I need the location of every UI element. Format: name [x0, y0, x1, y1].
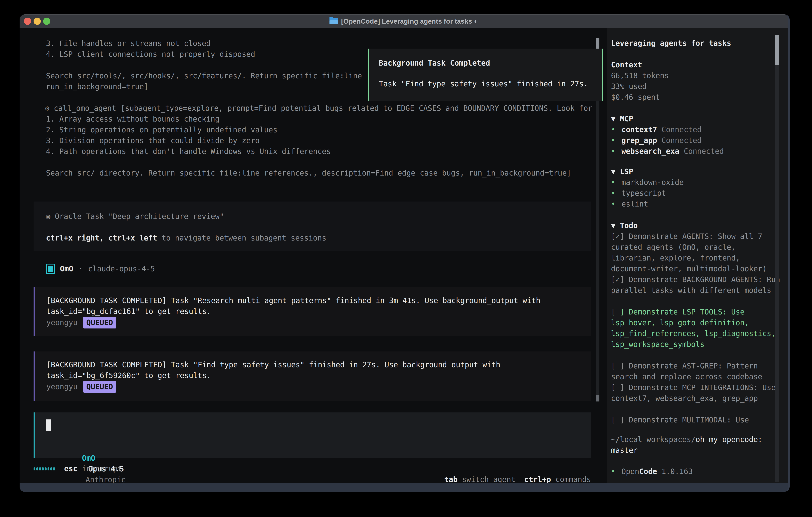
shortcut-keys: ctrl+x right, ctrl+x left	[46, 234, 157, 242]
todo-item: [✓] Demonstrate BACKGROUND AGENTS: Run p…	[611, 274, 781, 296]
checkbox-empty-icon: [ ]	[611, 308, 629, 316]
tab-key-label: switch agent	[458, 475, 516, 484]
tool-call-header: ⚙ call_omo_agent [subagent_type=explore,…	[45, 103, 592, 114]
lsp-item: •typescript	[611, 188, 666, 199]
task-meta-row: yeongyuQUEUED	[46, 381, 116, 393]
mcp-item: •websearch_exa Connected	[611, 146, 724, 157]
mcp-section-header[interactable]: ▼ MCP	[611, 113, 633, 124]
task-message-line: [BACKGROUND TASK COMPLETED] Task "Find t…	[46, 359, 500, 370]
session-title: Leveraging agents for tasks	[611, 38, 731, 49]
todo-item: [✓] Demonstrate AGENTS: Show all 7 curat…	[611, 231, 781, 274]
bullet-icon: •	[611, 467, 615, 476]
oracle-shortcut-hint: ctrl+x right, ctrl+x left to navigate be…	[46, 233, 326, 244]
task-user: yeongyu	[46, 318, 78, 327]
tool-call-text: call_omo_agent [subagent_type=explore, p…	[54, 104, 592, 113]
tool-call-item: 3. Division operations that could divide…	[46, 135, 260, 146]
checkbox-checked-icon: [✓]	[611, 275, 629, 284]
esc-key-label: interrupt	[78, 463, 122, 474]
context-used: 33% used	[611, 81, 646, 92]
session-sidebar: Leveraging agents for tasks Context 66,5…	[607, 28, 788, 483]
task-message-line: task_id="bg_6f59260c" to get results.	[46, 370, 211, 381]
todo-item: [ ] Demonstrate MCP INTEGRATIONS: Use co…	[611, 382, 781, 404]
oracle-task-box: ◉ Oracle Task "Deep architecture review"…	[34, 201, 591, 251]
cmd-key-hint: ctrl+p	[524, 475, 551, 484]
context-heading: Context	[611, 60, 642, 71]
checkbox-empty-icon: [ ]	[611, 362, 629, 370]
todo-item: [ ] Demonstrate MULTIMODAL: Use	[611, 415, 781, 426]
tool-call-item: 4. Path operations that don't handle Win…	[46, 146, 331, 157]
status-badge: QUEUED	[83, 381, 116, 393]
separator-dot: ·	[79, 264, 83, 274]
checkbox-empty-icon: [ ]	[611, 416, 629, 424]
titlebar[interactable]: [OpenCode] Leveraging agents for tasks ◐	[20, 15, 788, 28]
toast-body: Task "Find type safety issues" finished …	[379, 79, 588, 89]
text-cursor	[46, 419, 51, 431]
toast-title: Background Task Completed	[379, 58, 490, 69]
mcp-item: •context7 Connected	[611, 124, 701, 135]
chat-transcript[interactable]: 3. File handles or streams not closed 4.…	[20, 28, 607, 483]
transcript-line: 3. File handles or streams not closed	[46, 38, 211, 49]
lsp-item: •markdown-oxide	[611, 177, 684, 188]
todo-item: [ ] Demonstrate AST-GREP: Pattern search…	[611, 361, 781, 382]
version-line: •OpenCode 1.0.163	[611, 466, 693, 477]
shortcut-label: to navigate between subagent sessions	[157, 234, 326, 242]
task-meta-row: yeongyuQUEUED	[46, 317, 116, 328]
transcript-scrollbar-marker[interactable]	[596, 395, 600, 402]
prompt-input[interactable]: OmO Opus 4.5 Anthropic	[34, 412, 591, 458]
spinner-dots-icon	[34, 467, 55, 470]
agent-name: OmO	[60, 264, 73, 274]
oracle-task-title: ◉ Oracle Task "Deep architecture review"	[46, 211, 224, 222]
task-message-line: [BACKGROUND TASK COMPLETED] Task "Resear…	[46, 295, 541, 306]
bullet-icon: •	[611, 125, 615, 134]
checkbox-checked-icon: [✓]	[611, 232, 629, 241]
tab-key-hint: tab	[444, 475, 458, 484]
esc-key-hint: esc	[64, 463, 78, 474]
bullet-icon: •	[611, 178, 615, 187]
folder-icon	[329, 18, 338, 24]
tool-call-footer: Search src/ directory. Return specific f…	[46, 168, 571, 179]
chevron-down-icon[interactable]: ▼	[611, 221, 615, 230]
status-badge: QUEUED	[83, 317, 116, 328]
bullet-icon: •	[611, 147, 615, 156]
version-number: 1.0.163	[657, 467, 693, 476]
bullet-icon: •	[611, 189, 615, 197]
oracle-icon: ◉	[46, 212, 50, 221]
opencode-window: [OpenCode] Leveraging agents for tasks ◐…	[20, 15, 790, 492]
window-title: [OpenCode] Leveraging agents for tasks ◐	[341, 18, 478, 25]
todo-item-active: [ ] Demonstrate LSP TOOLS: Use lsp_hover…	[611, 307, 781, 350]
todo-section-header[interactable]: ▼ Todo	[611, 220, 638, 231]
titlebar-title: [OpenCode] Leveraging agents for tasks ◐	[20, 15, 788, 28]
window-bottom-bar	[20, 483, 788, 492]
checkbox-empty-icon: [ ]	[611, 383, 629, 392]
lsp-section-header[interactable]: ▼ LSP	[611, 166, 633, 177]
omo-agent-icon	[46, 264, 55, 274]
gear-icon: ⚙	[45, 104, 49, 113]
workspace-path: ~/local-workspaces/oh-my-opencode: maste…	[611, 434, 781, 456]
agent-model: claude-opus-4-5	[88, 264, 155, 274]
transcript-line: run_in_background=true]	[46, 81, 148, 92]
cmd-key-label: commands	[551, 475, 591, 484]
chevron-down-icon[interactable]: ▼	[611, 114, 615, 123]
lsp-item: •eslint	[611, 199, 648, 210]
background-task-block: [BACKGROUND TASK COMPLETED] Task "Find t…	[34, 351, 591, 401]
transcript-line: 4. LSP client connections not properly d…	[46, 49, 255, 60]
sidebar-scrollbar[interactable]	[775, 35, 779, 482]
background-task-toast: Background Task Completed Task "Find typ…	[368, 49, 603, 101]
agent-header: OmO · claude-opus-4-5	[46, 264, 155, 274]
statusbar-left: esc interrupt	[34, 463, 122, 474]
context-tokens: 66,518 tokens	[611, 71, 669, 81]
background-task-block: [BACKGROUND TASK COMPLETED] Task "Resear…	[34, 287, 591, 336]
sidebar-scrollbar-thumb[interactable]	[775, 35, 779, 65]
brand-name: Open	[621, 467, 639, 476]
mcp-item: •grep_app Connected	[611, 135, 701, 146]
chevron-down-icon[interactable]: ▼	[611, 167, 615, 176]
transcript-line: Search src/tools/, src/hooks/, src/featu…	[46, 71, 362, 81]
task-message-line: task_id="bg_dcfac161" to get results.	[46, 306, 211, 317]
bullet-icon: •	[611, 200, 615, 208]
tool-call-item: 2. String operations on potentially unde…	[46, 125, 277, 135]
context-spent: $0.46 spent	[611, 92, 660, 103]
task-user: yeongyu	[46, 382, 78, 391]
input-agent-name[interactable]: OmO	[82, 454, 95, 462]
bullet-icon: •	[611, 136, 615, 145]
tool-call-item: 1. Array access without bounds checking	[46, 114, 220, 125]
